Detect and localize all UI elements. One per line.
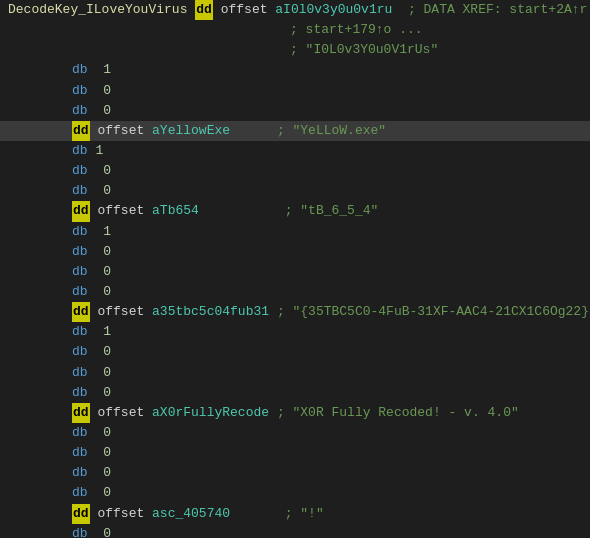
db-value: 0 [103, 363, 111, 383]
code-line: dd offset asc_405740 ; "!" [0, 504, 590, 524]
code-line: ; start+179↑o ... [0, 20, 590, 40]
code-line: dd offset a35tbc5c04fub31 ; "{35TBC5C0-4… [0, 302, 590, 322]
db-value: 0 [103, 383, 111, 403]
db-keyword: db [72, 282, 88, 302]
db-keyword: db [72, 181, 88, 201]
db-keyword: db [72, 363, 88, 383]
symbol-name: a35tbc5c04fub31 [152, 302, 269, 322]
code-line: dd offset aTb654 ; "tB_6_5_4" [0, 201, 590, 221]
code-line: dd offset aX0rFullyRecode ; "X0R Fully R… [0, 403, 590, 423]
dd-keyword: dd [72, 121, 90, 141]
db-keyword: db [72, 81, 88, 101]
db-keyword: db [72, 423, 88, 443]
code-line: db 0 [0, 101, 590, 121]
dd-keyword: dd [72, 403, 90, 423]
code-line: ; "I0L0v3Y0u0V1rUs" [0, 40, 590, 60]
db-keyword: db [72, 342, 88, 362]
code-line: db 1 [0, 222, 590, 242]
comment: ; "I0L0v3Y0u0V1rUs" [290, 40, 438, 60]
code-line: db 1 [0, 60, 590, 80]
code-line: db 0 [0, 282, 590, 302]
db-value: 0 [103, 262, 111, 282]
code-line: db 0 [0, 181, 590, 201]
db-value: 0 [103, 282, 111, 302]
code-line: db 0 [0, 363, 590, 383]
db-value: 0 [103, 483, 111, 503]
symbol-name: asc_405740 [152, 504, 230, 524]
db-keyword: db [72, 383, 88, 403]
db-value: 0 [103, 443, 111, 463]
db-value: 0 [103, 161, 111, 181]
comment: ; "X0R Fully Recoded! - v. 4.0" [277, 403, 519, 423]
dd-keyword: dd [195, 0, 213, 20]
offset-keyword: offset [97, 201, 144, 221]
symbol-name: aX0rFullyRecode [152, 403, 269, 423]
db-value: 0 [103, 463, 111, 483]
comment: ; "tB_6_5_4" [285, 201, 379, 221]
func-name: DecodeKey_ILoveYouVirus [8, 0, 187, 20]
db-value: 0 [103, 342, 111, 362]
code-line: db 1 [0, 322, 590, 342]
db-keyword: db [72, 242, 88, 262]
code-line: db 0 [0, 443, 590, 463]
offset-keyword: offset [97, 121, 144, 141]
symbol-name: aYellowExe [152, 121, 230, 141]
symbol-name: aI0l0v3y0u0v1ru [275, 0, 392, 20]
db-keyword: db [72, 141, 88, 161]
dd-keyword: dd [72, 504, 90, 524]
db-value: 0 [103, 81, 111, 101]
db-keyword: db [72, 443, 88, 463]
db-keyword: db [72, 262, 88, 282]
offset-keyword: offset [221, 0, 268, 20]
code-line: DecodeKey_ILoveYouVirus dd offset aI0l0v… [0, 0, 590, 20]
code-line: db 0 [0, 463, 590, 483]
offset-keyword: offset [97, 403, 144, 423]
db-keyword: db [72, 101, 88, 121]
db-value: 1 [103, 60, 111, 80]
dd-keyword: dd [72, 302, 90, 322]
code-line: db 1 [0, 141, 590, 161]
db-value: 1 [103, 322, 111, 342]
db-value: 0 [103, 423, 111, 443]
code-line: db 0 [0, 483, 590, 503]
code-line-highlighted: dd offset aYellowExe ; "YeLLoW.exe" [0, 121, 590, 141]
dd-keyword: dd [72, 201, 90, 221]
code-line: db 0 [0, 242, 590, 262]
db-keyword: db [72, 60, 88, 80]
db-value: 0 [103, 524, 111, 538]
code-line: db 0 [0, 161, 590, 181]
comment: ; start+179↑o ... [290, 20, 423, 40]
db-value: 1 [95, 141, 103, 161]
db-value: 1 [103, 222, 111, 242]
offset-keyword: offset [97, 504, 144, 524]
code-line: db 0 [0, 524, 590, 538]
db-keyword: db [72, 463, 88, 483]
code-view: DecodeKey_ILoveYouVirus dd offset aI0l0v… [0, 0, 590, 538]
comment: ; "{35TBC5C0-4FuB-31XF-AAC4-21CX1C6Og22}… [277, 302, 590, 322]
code-line: db 0 [0, 383, 590, 403]
offset-keyword: offset [97, 302, 144, 322]
comment: ; DATA XREF: start+2A↑r [408, 0, 587, 20]
code-line: db 0 [0, 342, 590, 362]
code-line: db 0 [0, 81, 590, 101]
db-value: 0 [103, 101, 111, 121]
db-keyword: db [72, 483, 88, 503]
db-keyword: db [72, 524, 88, 538]
db-value: 0 [103, 242, 111, 262]
db-value: 0 [103, 181, 111, 201]
db-keyword: db [72, 161, 88, 181]
symbol-name: aTb654 [152, 201, 199, 221]
code-line: db 0 [0, 423, 590, 443]
comment: ; "!" [285, 504, 324, 524]
db-keyword: db [72, 322, 88, 342]
comment: ; "YeLLoW.exe" [277, 121, 386, 141]
code-line: db 0 [0, 262, 590, 282]
db-keyword: db [72, 222, 88, 242]
